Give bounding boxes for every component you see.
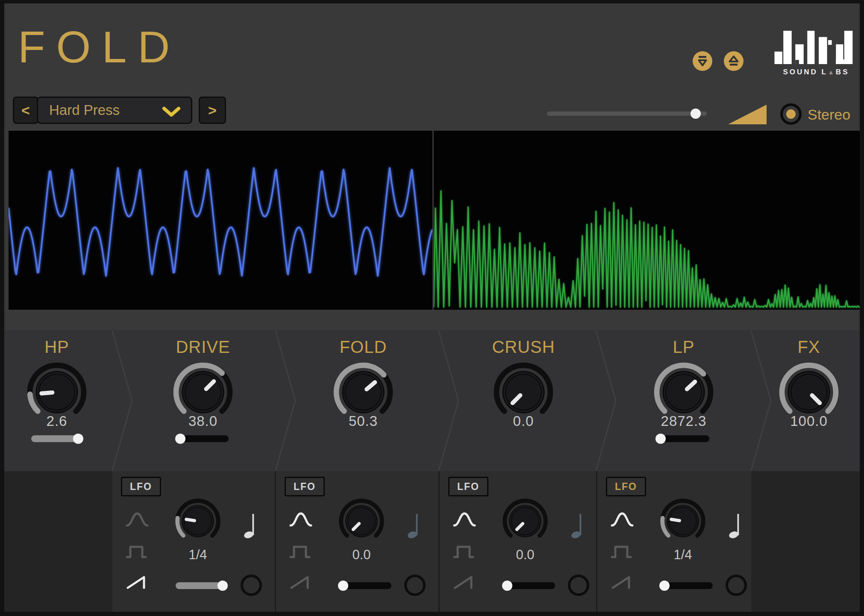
spectrum-display: [434, 131, 860, 310]
preset-eject-button[interactable]: [724, 51, 744, 71]
lp-lfo-depth-slider[interactable]: [661, 582, 713, 589]
eject-icon: [724, 52, 743, 70]
square-wave-icon[interactable]: [610, 543, 634, 559]
stereo-label: Stereo: [808, 106, 850, 123]
fold-label: FOLD: [340, 337, 387, 357]
drive-slider[interactable]: [177, 435, 229, 442]
crush-lfo-rate-knob[interactable]: [501, 497, 550, 546]
drive-lfo-rate-value: 1/4: [173, 547, 222, 563]
stereo-toggle[interactable]: [780, 103, 802, 125]
hp-slider[interactable]: [31, 435, 82, 442]
saw-wave-icon[interactable]: [289, 574, 313, 590]
preset-next-button[interactable]: >: [199, 97, 226, 124]
sine-wave-icon[interactable]: [289, 511, 313, 528]
plugin-panel: FOLD SOUND L▲BS < Hard Press: [4, 3, 860, 612]
fx-value: 100.0: [790, 413, 828, 429]
sine-wave-icon[interactable]: [125, 511, 149, 528]
saw-wave-icon[interactable]: [453, 574, 476, 590]
delta-triangle-glyph: ▲: [828, 68, 836, 76]
square-wave-icon[interactable]: [289, 543, 313, 559]
drive-lfo-panel: LFO 1/4: [112, 471, 275, 612]
output-volume-slider[interactable]: [547, 111, 707, 116]
lp-lfo-ring-button[interactable]: [726, 575, 747, 596]
slider-fill: [31, 435, 78, 442]
lp-label: LP: [673, 337, 695, 357]
lp-lfo-panel: LFO 1/4: [597, 471, 751, 612]
volume-icon: [728, 105, 767, 124]
delta-wordmark-icon: [771, 31, 861, 64]
fold-lfo-ring-button[interactable]: [404, 575, 426, 596]
brand-subtitle: SOUND L▲BS: [768, 68, 864, 76]
drive-lfo-toggle[interactable]: LFO: [121, 477, 161, 496]
spectrum-trace: [434, 191, 860, 307]
hp-value: 2.6: [47, 413, 68, 429]
note-sync-icon[interactable]: [729, 511, 744, 539]
crush-lfo-toggle[interactable]: LFO: [448, 477, 488, 496]
saw-wave-icon[interactable]: [125, 574, 149, 590]
plugin-window: FOLD SOUND L▲BS < Hard Press: [0, 0, 864, 616]
section-lp: LP 2872.3: [624, 331, 744, 442]
fx-label: FX: [797, 337, 820, 357]
lp-lfo-rate-value: 1/4: [658, 547, 707, 563]
download-icon: [693, 52, 712, 70]
section-fold: FOLD 50.3: [303, 331, 423, 429]
crush-value: 0.0: [513, 413, 534, 429]
note-sync-icon[interactable]: [408, 511, 423, 539]
crush-lfo-depth-slider[interactable]: [503, 582, 555, 589]
fold-lfo-rate-knob[interactable]: [337, 497, 386, 546]
waveform-display: [9, 131, 432, 310]
chevron-down-icon: [162, 106, 181, 117]
section-fx: FX 100.0: [749, 331, 864, 429]
saw-wave-icon[interactable]: [610, 574, 634, 590]
hp-label: HP: [44, 337, 69, 357]
lp-slider[interactable]: [658, 435, 709, 442]
section-crush: CRUSH 0.0: [464, 331, 583, 429]
slider-thumb[interactable]: [659, 581, 670, 591]
delta-sound-labs-logo: SOUND L▲BS: [768, 31, 864, 76]
fold-lfo-depth-slider[interactable]: [339, 582, 391, 589]
lfo-row: LFO 1/4 LFO 0.0: [112, 471, 751, 612]
lp-lfo-toggle[interactable]: LFO: [606, 477, 646, 496]
drive-value: 38.0: [188, 413, 217, 429]
drive-lfo-rate-knob[interactable]: [173, 497, 222, 546]
square-wave-icon[interactable]: [453, 543, 476, 559]
drive-label: DRIVE: [176, 337, 230, 357]
crush-label: CRUSH: [492, 337, 555, 357]
drive-lfo-depth-slider[interactable]: [176, 582, 228, 589]
waveform-trace: [9, 168, 432, 276]
preset-prev-button[interactable]: <: [13, 97, 38, 124]
slider-fill: [176, 582, 223, 589]
section-drive: DRIVE 38.0: [143, 331, 263, 442]
slider-thumb[interactable]: [338, 581, 348, 591]
preset-dropdown[interactable]: Hard Press: [37, 97, 192, 124]
fold-value: 50.3: [349, 413, 378, 429]
crush-lfo-rate-value: 0.0: [501, 547, 550, 563]
section-hp: HP 2.6: [0, 331, 117, 442]
stereo-toggle-dot: [786, 109, 796, 119]
page-title: FOLD: [18, 25, 181, 69]
drive-lfo-ring-button[interactable]: [241, 575, 262, 596]
hp-lfo-empty-panel: [4, 471, 112, 612]
sine-wave-icon[interactable]: [610, 511, 634, 528]
fx-lfo-empty-panel: [751, 471, 860, 612]
lp-value: 2872.3: [661, 413, 707, 429]
crush-lfo-ring-button[interactable]: [568, 575, 589, 596]
fold-lfo-rate-value: 0.0: [337, 547, 386, 563]
slider-thumb[interactable]: [655, 434, 666, 444]
square-wave-icon[interactable]: [125, 543, 149, 559]
lp-lfo-rate-knob[interactable]: [658, 497, 707, 546]
output-volume-thumb[interactable]: [691, 109, 701, 119]
fold-lfo-toggle[interactable]: LFO: [285, 477, 325, 496]
slider-thumb[interactable]: [502, 581, 512, 591]
preset-download-button[interactable]: [693, 51, 712, 71]
slider-thumb[interactable]: [217, 581, 228, 591]
fold-lfo-panel: LFO 0.0: [276, 471, 438, 612]
note-sync-icon[interactable]: [244, 511, 259, 539]
preset-name: Hard Press: [49, 102, 120, 118]
crush-lfo-panel: LFO 0.0: [440, 471, 596, 612]
note-sync-icon[interactable]: [571, 511, 587, 539]
sine-wave-icon[interactable]: [453, 511, 476, 528]
